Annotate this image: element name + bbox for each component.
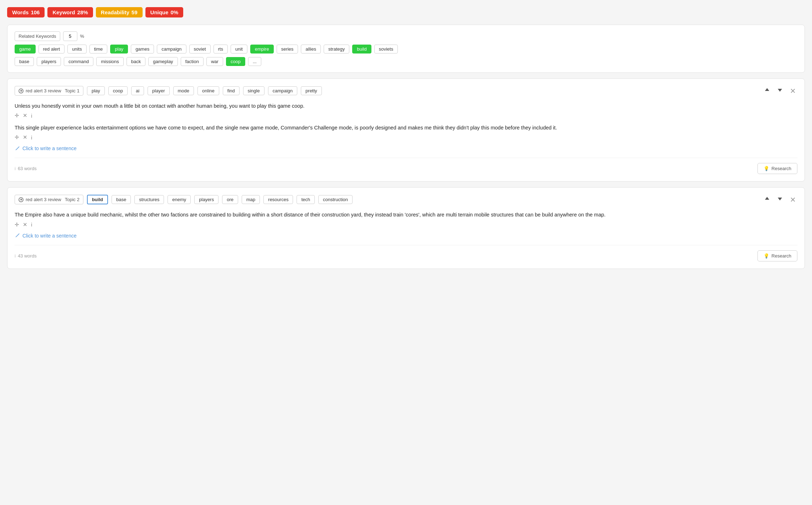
topic-tag-1-pretty[interactable]: pretty xyxy=(301,86,322,95)
keyword-tag-war[interactable]: war xyxy=(206,57,223,66)
keywords-tags-row2: baseplayerscommandmissionsbackgameplayfa… xyxy=(15,57,797,66)
keyword-tag-unit[interactable]: unit xyxy=(231,45,247,53)
sentence-move-icon-2-1[interactable]: ✛ xyxy=(15,221,19,228)
topic-tag-1-player[interactable]: player xyxy=(148,86,169,95)
sentence-block-1-2: This single player experience lacks ente… xyxy=(15,124,797,141)
topic-down-button-2[interactable] xyxy=(776,195,784,204)
sentence-block-2-1: The Empire also have a unique build mech… xyxy=(15,211,797,228)
related-keywords-label: Related Keywords xyxy=(15,31,60,41)
topic-tag-1-play[interactable]: play xyxy=(87,86,105,95)
keywords-panel: Related Keywords % gamered alertunitstim… xyxy=(7,25,805,73)
sentence-actions-2-1: ✛✕i xyxy=(15,221,797,228)
keyword-tag-command[interactable]: command xyxy=(64,57,93,66)
keyword-tag-gameplay[interactable]: gameplay xyxy=(148,57,178,66)
keyword-tag-...[interactable]: ... xyxy=(248,57,261,66)
stat-label-readability: Readability xyxy=(101,9,129,15)
topic-up-button-1[interactable] xyxy=(763,86,771,95)
edit-icon-2 xyxy=(15,233,20,238)
topic-tag-2-tech[interactable]: tech xyxy=(297,195,315,204)
keyword-tag-allies[interactable]: allies xyxy=(301,45,321,53)
topic-up-button-2[interactable] xyxy=(763,195,771,204)
click-to-write-1[interactable]: Click to write a sentence xyxy=(15,146,797,151)
topic-tag-2-map[interactable]: map xyxy=(242,195,260,204)
keyword-tag-build[interactable]: build xyxy=(352,45,371,53)
topic-tag-2-build[interactable]: build xyxy=(87,195,108,204)
topic-close-button-2[interactable]: ✕ xyxy=(788,195,797,204)
stat-value-unique: 0% xyxy=(170,9,178,15)
keyword-tag-game[interactable]: game xyxy=(15,45,36,53)
edit-icon-1 xyxy=(15,146,20,151)
word-count-info-icon-2: i xyxy=(15,253,16,259)
topic-title-text-2: red alert 3 review xyxy=(26,197,61,202)
word-count-text-2: 43 words xyxy=(18,253,37,259)
keyword-tag-back[interactable]: back xyxy=(127,57,145,66)
keyword-tag-rts[interactable]: rts xyxy=(214,45,228,53)
sentence-block-1-1: Unless you honestly vomit in your own mo… xyxy=(15,102,797,119)
word-count-1: i 63 words xyxy=(15,166,37,171)
keyword-tag-strategy[interactable]: strategy xyxy=(324,45,349,53)
sentence-delete-icon-2-1[interactable]: ✕ xyxy=(23,221,27,228)
stat-badge-keyword: Keyword28% xyxy=(47,7,93,17)
keyword-tag-time[interactable]: time xyxy=(89,45,108,53)
keyword-tag-soviet[interactable]: soviet xyxy=(189,45,211,53)
topic-circle-icon-1 xyxy=(19,88,24,93)
keyword-tag-faction[interactable]: faction xyxy=(181,57,204,66)
stat-badge-unique: Unique0% xyxy=(145,7,184,17)
stat-label-keyword: Keyword xyxy=(52,9,75,15)
topic-tag-2-structures[interactable]: structures xyxy=(134,195,164,204)
research-label-1: Research xyxy=(771,166,791,171)
topic-tag-1-coop[interactable]: coop xyxy=(108,86,128,95)
topic-close-button-1[interactable]: ✕ xyxy=(788,87,797,95)
topic-tag-1-single[interactable]: single xyxy=(243,86,264,95)
keyword-tag-red-alert[interactable]: red alert xyxy=(38,45,65,53)
topic-tag-1-online[interactable]: online xyxy=(197,86,219,95)
topic-circle-icon-2 xyxy=(19,197,24,202)
keyword-tag-base[interactable]: base xyxy=(15,57,34,66)
sentence-delete-icon-1-1[interactable]: ✕ xyxy=(23,112,27,119)
topic-tag-1-mode[interactable]: mode xyxy=(173,86,194,95)
topic-tag-2-base[interactable]: base xyxy=(112,195,131,204)
topic-tag-1-ai[interactable]: ai xyxy=(131,86,144,95)
keyword-tag-play[interactable]: play xyxy=(110,45,128,53)
word-count-info-icon-1: i xyxy=(15,166,16,171)
topic-panel-2: red alert 3 review Topic 2buildbasestruc… xyxy=(7,187,805,269)
stat-label-unique: Unique xyxy=(150,9,169,15)
sentence-move-icon-1-1[interactable]: ✛ xyxy=(15,112,19,119)
keyword-tag-campaign[interactable]: campaign xyxy=(157,45,186,53)
research-icon-2: 💡 xyxy=(764,253,769,259)
research-button-1[interactable]: 💡 Research xyxy=(757,163,797,174)
sentence-actions-1-1: ✛✕i xyxy=(15,112,797,119)
topic-tag-2-construction[interactable]: construction xyxy=(318,195,353,204)
topic-tag-2-ore[interactable]: ore xyxy=(222,195,238,204)
stat-badge-readability: Readability59 xyxy=(96,7,143,17)
keywords-count-input[interactable] xyxy=(63,31,77,41)
stat-badge-words: Words106 xyxy=(7,7,45,17)
topic-down-button-1[interactable] xyxy=(776,86,784,95)
topic-tag-1-campaign[interactable]: campaign xyxy=(268,86,297,95)
keyword-tag-coop[interactable]: coop xyxy=(226,57,245,66)
sentence-text-1-1: Unless you honestly vomit in your own mo… xyxy=(15,102,797,110)
sentence-actions-1-2: ✛✕i xyxy=(15,134,797,141)
click-to-write-text-1: Click to write a sentence xyxy=(22,146,77,151)
topic-tag-2-players[interactable]: players xyxy=(194,195,219,204)
sentence-delete-icon-1-2[interactable]: ✕ xyxy=(23,134,27,141)
keyword-tag-players[interactable]: players xyxy=(37,57,61,66)
keywords-row-1: Related Keywords % xyxy=(15,31,797,41)
keyword-tag-empire[interactable]: empire xyxy=(250,45,274,53)
keyword-tag-missions[interactable]: missions xyxy=(96,57,124,66)
topic-header-right-2: ✕ xyxy=(763,195,797,204)
keyword-tag-series[interactable]: series xyxy=(277,45,298,53)
keyword-tag-soviets[interactable]: soviets xyxy=(374,45,398,53)
topic-panel-1: red alert 3 review Topic 1playcoopaiplay… xyxy=(7,78,805,182)
research-button-2[interactable]: 💡 Research xyxy=(757,250,797,261)
sentence-move-icon-1-2[interactable]: ✛ xyxy=(15,134,19,141)
keywords-tags-row1: gamered alertunitstimeplaygamescampaigns… xyxy=(15,45,797,53)
topic-tag-1-find[interactable]: find xyxy=(223,86,240,95)
keyword-tag-units[interactable]: units xyxy=(67,45,86,53)
keyword-tag-games[interactable]: games xyxy=(131,45,154,53)
topic-tag-2-resources[interactable]: resources xyxy=(263,195,293,204)
topic-tag-2-enemy[interactable]: enemy xyxy=(168,195,191,204)
topic-num-2: Topic 2 xyxy=(65,197,79,202)
topic-header-2: red alert 3 review Topic 2buildbasestruc… xyxy=(15,195,797,204)
click-to-write-2[interactable]: Click to write a sentence xyxy=(15,233,797,239)
